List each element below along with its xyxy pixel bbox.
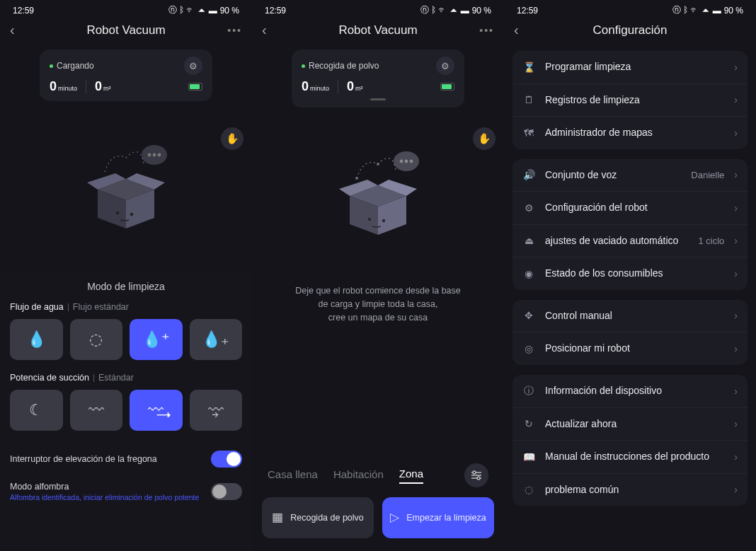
- item-icon: ◌: [522, 484, 535, 495]
- settings-item[interactable]: ✥Control manual›: [512, 300, 748, 333]
- settings-item[interactable]: ⓘInformación del dispositivo›: [512, 375, 748, 408]
- item-label: Administrador de mapas: [545, 127, 724, 139]
- cleaning-mode-sheet: Modo de limpieza Flujo de agua Flujo est…: [0, 271, 252, 551]
- status-bar: 12:59 ⓝ ᛒ ᯤ ⏶ ▬ 90 %: [0, 0, 252, 18]
- onboarding-hint: Deje que el robot comience desde la base…: [252, 284, 504, 324]
- chevron-right-icon: ›: [734, 169, 738, 180]
- chevron-right-icon: ›: [734, 418, 738, 429]
- settings-item[interactable]: ◌problema común›: [512, 474, 748, 506]
- water-option-low[interactable]: 💧: [10, 319, 63, 360]
- item-icon: 🗒: [522, 94, 535, 105]
- status-bar: 12:59 ⓝ ᛒ ᯤ ⏶ ▬ 90 %: [252, 0, 504, 18]
- water-option-standard[interactable]: 💧⁺: [130, 319, 183, 360]
- chevron-right-icon: ›: [734, 268, 738, 279]
- item-label: Configuración del robot: [545, 202, 724, 214]
- svg-point-23: [382, 219, 385, 222]
- suction-option-standard[interactable]: 〰͢: [130, 390, 183, 431]
- start-cleaning-button[interactable]: ▷ Empezar la limpieza: [382, 497, 494, 538]
- carpet-mode-toggle[interactable]: [211, 483, 242, 500]
- page-title: Robot Vacuum: [279, 23, 477, 37]
- water-option-medium[interactable]: ◌: [70, 319, 123, 360]
- more-icon[interactable]: •••: [477, 25, 494, 36]
- svg-point-14: [410, 160, 413, 163]
- settings-item[interactable]: ◉Estado de los consumibles›: [512, 257, 748, 290]
- status-time: 12:59: [13, 6, 34, 16]
- tab-zone[interactable]: Zona: [399, 468, 423, 484]
- item-icon: 🗺: [522, 127, 535, 139]
- carpet-mode-row: Modo alfombra Alfombra identificada, ini…: [10, 475, 242, 503]
- settings-group: ⌛Programar limpieza›🗒Registros de limpie…: [512, 51, 748, 149]
- mop-lift-toggle[interactable]: [211, 451, 242, 468]
- suction-value: Estándar: [98, 373, 134, 383]
- water-option-high[interactable]: 💧₊: [190, 319, 243, 360]
- battery-icon: ▬: [461, 6, 469, 16]
- chevron-right-icon: ›: [734, 385, 738, 397]
- item-label: Estado de los consumibles: [545, 267, 724, 280]
- settings-item[interactable]: 🗺Administrador de mapas›: [512, 117, 748, 149]
- settings-item[interactable]: ⚙Configuración del robot›: [512, 192, 748, 225]
- settings-item[interactable]: ⌛Programar limpieza›: [512, 51, 748, 84]
- item-label: Control manual: [545, 310, 724, 323]
- battery-icon: [188, 83, 202, 91]
- dust-collection-button[interactable]: ▦ Recogida de polvo: [262, 497, 374, 538]
- item-label: Programar limpieza: [545, 61, 724, 74]
- settings-item[interactable]: 🔊Conjunto de vozDanielle›: [512, 159, 748, 192]
- dock-icon: ⚙: [184, 57, 202, 75]
- item-icon: ⚙: [522, 202, 535, 214]
- suction-option-quiet[interactable]: ☾: [10, 390, 63, 431]
- suction-options: ☾ 〰 〰͢ 〰⃯: [10, 390, 242, 431]
- settings-group: ✥Control manual›◎Posicionar mi robot›: [512, 300, 748, 365]
- battery-icon: ▬: [713, 6, 721, 16]
- item-icon: ⌛: [522, 62, 535, 73]
- back-icon[interactable]: ‹: [514, 22, 531, 38]
- suction-option-low[interactable]: 〰: [70, 390, 123, 431]
- status-bar: 12:59 ⓝ ᛒ ᯤ ⏶ ▬ 90 %: [504, 0, 756, 18]
- grid-icon: ▦: [272, 511, 283, 525]
- chevron-right-icon: ›: [734, 235, 738, 246]
- item-icon: 🔊: [522, 169, 535, 180]
- suction-option-high[interactable]: 〰⃯: [190, 390, 243, 431]
- suction-label: Potencia de succión: [10, 373, 89, 383]
- item-label: Conjunto de voz: [545, 169, 681, 182]
- battery-icon: [440, 83, 454, 91]
- settings-item[interactable]: ↻Actualizar ahora›: [512, 408, 748, 441]
- mop-lift-label: Interruptor de elevación de la fregona: [10, 454, 157, 464]
- empty-map-illustration: [252, 108, 504, 277]
- item-icon: ⓘ: [522, 385, 535, 398]
- title-bar: ‹ Configuración: [504, 18, 756, 44]
- svg-point-13: [405, 160, 408, 163]
- settings-item[interactable]: ◎Posicionar mi robot›: [512, 332, 748, 365]
- title-bar: ‹ Robot Vacuum •••: [0, 18, 252, 44]
- settings-item[interactable]: ⏏ajustes de vaciado automático1 ciclo›: [512, 225, 748, 258]
- carpet-mode-label: Modo alfombra: [10, 482, 199, 492]
- svg-point-3: [158, 153, 161, 157]
- more-icon[interactable]: •••: [225, 25, 242, 36]
- settings-list[interactable]: ⌛Programar limpieza›🗒Registros de limpie…: [504, 44, 756, 551]
- item-label: Información del dispositivo: [545, 385, 724, 398]
- chevron-right-icon: ›: [734, 202, 738, 214]
- carpet-mode-subtext: Alfombra identificada, iniciar eliminaci…: [10, 493, 199, 501]
- robot-status-card[interactable]: Cargando ⚙ 0minuto 0m²: [40, 50, 212, 101]
- chevron-right-icon: ›: [734, 62, 738, 73]
- item-label: Registros de limpieza: [545, 94, 724, 107]
- chevron-right-icon: ›: [734, 343, 738, 354]
- robot-status-card[interactable]: Recogida de polvo ⚙ 0minuto 0m²: [292, 50, 464, 108]
- back-icon[interactable]: ‹: [10, 22, 27, 38]
- robot-status-text: Cargando: [57, 61, 94, 71]
- svg-point-22: [368, 218, 371, 221]
- back-icon[interactable]: ‹: [262, 22, 279, 38]
- svg-point-1: [148, 153, 151, 157]
- item-label: problema común: [545, 484, 724, 497]
- play-icon: ▷: [390, 511, 399, 525]
- svg-point-15: [355, 177, 358, 180]
- status-time: 12:59: [517, 6, 538, 16]
- settings-item[interactable]: 📖Manual de instrucciones del producto›: [512, 441, 748, 474]
- tab-full-house[interactable]: Casa llena: [268, 468, 318, 483]
- status-icons: ⓝ ᛒ ᯤ ⏶ ▬ 90 %: [420, 4, 491, 16]
- tab-room[interactable]: Habitación: [333, 468, 384, 483]
- clean-settings-button[interactable]: [464, 463, 488, 487]
- settings-item[interactable]: 🗒Registros de limpieza›: [512, 84, 748, 117]
- title-bar: ‹ Robot Vacuum •••: [252, 18, 504, 44]
- item-icon: ⏏: [522, 235, 535, 246]
- status-icons: ⓝ ᛒ ᯤ ⏶ ▬ 90 %: [168, 4, 239, 16]
